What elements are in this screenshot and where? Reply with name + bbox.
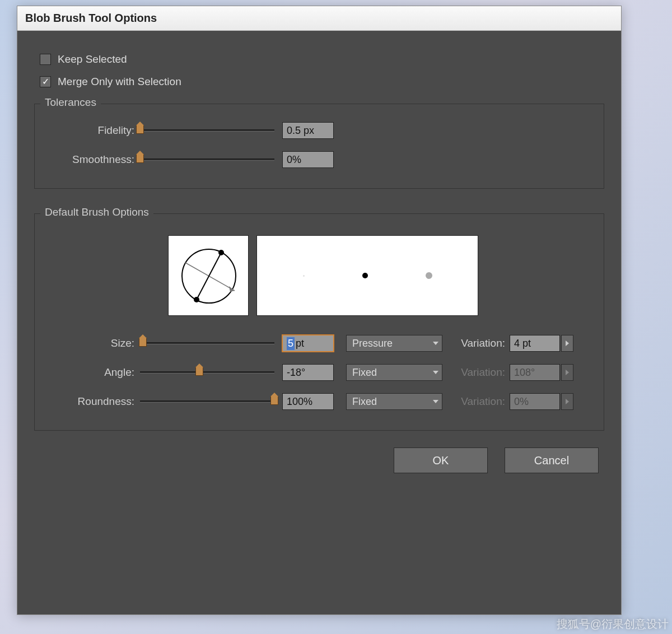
titlebar: Blob Brush Tool Options	[17, 6, 621, 31]
size-slider[interactable]	[140, 342, 274, 344]
brush-legend: Default Brush Options	[40, 206, 153, 218]
size-value-num: 5	[287, 337, 295, 350]
roundness-label: Roundness:	[45, 395, 140, 408]
svg-line-1	[185, 263, 235, 291]
size-mode-dropdown[interactable]: Pressure	[346, 335, 442, 352]
size-variation-step-button[interactable]	[561, 335, 573, 352]
chevron-down-icon	[433, 400, 438, 403]
tolerances-fieldset: Tolerances Fidelity: 0.5 px Smoothness: …	[34, 104, 604, 189]
brush-size-preview	[256, 235, 478, 316]
brush-angle-preview[interactable]	[168, 235, 249, 316]
angle-slider-handle[interactable]	[195, 367, 203, 376]
merge-only-label: Merge Only with Selection	[58, 76, 181, 88]
size-label: Size:	[45, 337, 140, 349]
roundness-value[interactable]: 100%	[282, 393, 334, 410]
angle-row: Angle: -18° Fixed Variation: 108°	[45, 364, 594, 381]
svg-line-3	[197, 253, 221, 300]
window-title: Blob Brush Tool Options	[25, 12, 157, 25]
fidelity-slider[interactable]	[140, 129, 274, 132]
size-variation-stepper: 4 pt	[510, 335, 573, 352]
dialog-buttons: OK Cancel	[34, 447, 604, 473]
keep-selected-row: Keep Selected	[40, 53, 604, 66]
angle-variation-value: 108°	[510, 364, 560, 381]
angle-value[interactable]: -18°	[282, 364, 334, 381]
preview-dot-min	[303, 275, 305, 277]
dialog-window: Blob Brush Tool Options Keep Selected Me…	[17, 6, 622, 615]
roundness-slider-handle[interactable]	[270, 396, 278, 405]
fidelity-value[interactable]: 0.5 px	[282, 122, 334, 139]
preview-dot-current	[362, 273, 368, 278]
smoothness-slider-handle[interactable]	[136, 154, 144, 163]
roundness-slider[interactable]	[140, 400, 274, 403]
brush-fieldset: Default Brush Options	[34, 213, 604, 431]
roundness-variation-value: 0%	[510, 393, 560, 410]
dialog-body: Keep Selected Merge Only with Selection …	[17, 31, 621, 614]
smoothness-label: Smoothness:	[45, 153, 140, 166]
size-value[interactable]: 5 pt	[282, 335, 334, 352]
svg-point-4	[218, 250, 224, 255]
roundness-row: Roundness: 100% Fixed Variation: 0%	[45, 393, 594, 410]
size-row: Size: 5 pt Pressure Variation: 4 pt	[45, 335, 594, 352]
fidelity-row: Fidelity: 0.5 px	[45, 122, 594, 139]
merge-only-row: Merge Only with Selection	[40, 76, 604, 88]
watermark-text: 搜狐号@衍果创意设计	[557, 617, 669, 632]
angle-variation-step-button	[561, 364, 573, 381]
svg-point-5	[194, 297, 199, 302]
roundness-variation-step-button	[561, 393, 573, 410]
cancel-button[interactable]: Cancel	[505, 447, 599, 473]
angle-variation-label: Variation:	[454, 366, 510, 379]
size-value-unit: pt	[296, 338, 304, 349]
angle-preview-icon	[169, 236, 249, 316]
angle-mode-dropdown[interactable]: Fixed	[346, 364, 442, 381]
keep-selected-label: Keep Selected	[58, 53, 127, 66]
tolerances-legend: Tolerances	[40, 96, 101, 109]
size-variation-value[interactable]: 4 pt	[510, 335, 560, 352]
ok-button[interactable]: OK	[394, 447, 488, 473]
fidelity-label: Fidelity:	[45, 124, 140, 137]
smoothness-value[interactable]: 0%	[282, 151, 334, 168]
roundness-variation-label: Variation:	[454, 395, 510, 408]
size-variation-label: Variation:	[454, 337, 510, 349]
brush-preview-row	[168, 235, 594, 316]
size-slider-handle[interactable]	[139, 338, 147, 347]
keep-selected-checkbox[interactable]	[40, 54, 51, 65]
chevron-down-icon	[433, 342, 438, 345]
merge-only-checkbox[interactable]	[40, 76, 51, 87]
roundness-variation-stepper: 0%	[510, 393, 573, 410]
smoothness-row: Smoothness: 0%	[45, 151, 594, 168]
size-mode-value: Pressure	[352, 338, 393, 349]
chevron-down-icon	[433, 371, 438, 374]
angle-slider[interactable]	[140, 371, 274, 374]
roundness-mode-dropdown[interactable]: Fixed	[346, 393, 442, 410]
smoothness-slider[interactable]	[140, 158, 274, 161]
angle-mode-value: Fixed	[352, 367, 377, 379]
roundness-mode-value: Fixed	[352, 396, 377, 408]
fidelity-slider-handle[interactable]	[136, 125, 144, 134]
angle-label: Angle:	[45, 366, 140, 379]
preview-dot-max	[426, 272, 432, 279]
angle-variation-stepper: 108°	[510, 364, 573, 381]
